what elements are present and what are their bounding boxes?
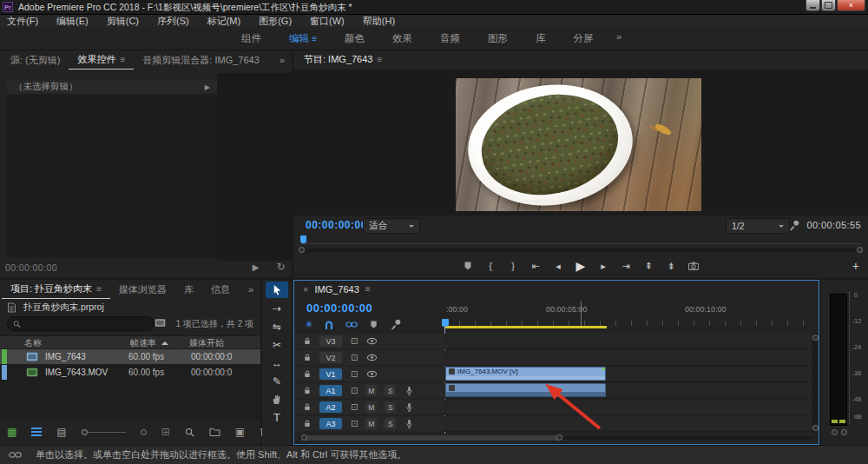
menu-clip[interactable]: 剪辑(C) — [107, 15, 139, 28]
pen-tool[interactable]: ✎ — [266, 373, 288, 389]
tab-libraries[interactable]: 库 — [175, 280, 202, 299]
lock-icon[interactable] — [303, 386, 312, 395]
lock-icon[interactable] — [303, 402, 312, 412]
zoom-handle-left[interactable] — [299, 247, 305, 253]
loop-playback-button[interactable]: ↻ — [275, 261, 286, 273]
track-target-button[interactable]: A3 — [319, 418, 342, 429]
freeform-view-button[interactable] — [141, 429, 147, 435]
program-zoom-scrollbar[interactable] — [300, 249, 861, 252]
track-lane[interactable] — [444, 383, 812, 399]
find-button[interactable] — [185, 428, 194, 437]
workspace-graphics[interactable]: 图形 — [488, 32, 508, 45]
solo-button[interactable]: S — [385, 385, 396, 396]
nest-toggle-icon[interactable]: ✳ — [305, 319, 312, 330]
tab-source-monitor[interactable]: 源: (无剪辑) — [2, 50, 69, 70]
tab-overflow-icon[interactable]: » — [241, 280, 260, 299]
zoom-slider[interactable] — [82, 429, 126, 435]
track-lane[interactable] — [444, 416, 812, 432]
linked-selection-icon[interactable] — [345, 321, 358, 328]
audio-meter-bar[interactable] — [830, 294, 847, 426]
workspace-menu-icon[interactable]: ≡ — [312, 34, 317, 43]
ripple-edit-tool[interactable]: ⇋ — [266, 318, 288, 335]
program-playhead[interactable] — [300, 235, 306, 243]
hscroll-handle-left[interactable] — [301, 434, 307, 441]
video-clip[interactable]: IMG_7643.MOV [V] — [445, 367, 606, 381]
track-lane[interactable] — [444, 334, 812, 349]
timeline-vertical-scrollbar[interactable] — [812, 333, 818, 434]
mute-button[interactable]: M — [365, 418, 377, 429]
project-list-area[interactable]: IMG_7643 60.00 fps 00:00:00:0 IMG_7643.M… — [0, 348, 260, 420]
menu-edit[interactable]: 编辑(E) — [56, 15, 89, 28]
close-tab-icon[interactable]: × — [303, 284, 308, 295]
mute-button[interactable]: M — [365, 385, 377, 396]
tab-effect-controls[interactable]: 效果控件≡ — [69, 50, 134, 70]
play-clip-button[interactable]: ▶ — [250, 261, 261, 273]
tab-audio-clip-mixer[interactable]: 音频剪辑混合器: IMG_7643 — [134, 50, 267, 70]
tab-info[interactable]: 信息 — [202, 280, 239, 299]
filter-bin-icon[interactable] — [155, 318, 166, 328]
column-framerate[interactable]: 帧速率 — [130, 337, 156, 349]
project-writable-icon[interactable]: ▦ — [7, 426, 16, 438]
work-area-bar[interactable] — [445, 326, 607, 328]
add-marker-button[interactable] — [463, 261, 474, 271]
list-view-button[interactable] — [31, 428, 42, 436]
new-bin-button[interactable] — [209, 428, 220, 437]
lock-icon[interactable] — [303, 336, 312, 346]
track-lane[interactable] — [444, 350, 812, 366]
menu-file[interactable]: 文件(F) — [7, 15, 38, 28]
audio-clip[interactable] — [445, 383, 606, 397]
extract-button[interactable]: ⇟ — [666, 261, 677, 272]
mark-in-button[interactable]: { — [485, 261, 496, 271]
workspace-overflow-icon[interactable]: » — [616, 31, 621, 42]
tab-overflow-icon[interactable]: » — [273, 50, 292, 70]
razor-tool[interactable]: ✂ — [266, 336, 288, 353]
table-row[interactable]: IMG_7643.MOV 60.00 fps 00:00:00:0 — [0, 365, 260, 380]
zoom-handle-right[interactable] — [857, 247, 863, 253]
vscroll-handle-top[interactable] — [812, 335, 819, 341]
step-forward-button[interactable]: ▸ — [598, 261, 609, 272]
timeline-ruler[interactable]: :00:00 00:00:05:00 00:00:10:00 — [444, 300, 813, 326]
hand-tool[interactable] — [266, 391, 288, 408]
track-target-button[interactable]: A2 — [319, 401, 342, 413]
close-button[interactable]: × — [837, 0, 865, 11]
timeline-settings-wrench-icon[interactable] — [390, 319, 401, 330]
menu-graphics[interactable]: 图形(G) — [259, 15, 292, 28]
vscroll-handle-bottom[interactable] — [812, 425, 819, 431]
mute-button[interactable]: M — [365, 401, 377, 413]
mark-out-button[interactable]: } — [508, 261, 519, 271]
tab-media-browser[interactable]: 媒体浏览器 — [110, 280, 175, 299]
maximize-button[interactable] — [821, 0, 836, 11]
panel-menu-icon[interactable]: ≡ — [377, 55, 382, 64]
search-box[interactable] — [7, 316, 155, 331]
play-button[interactable]: ▶ — [575, 259, 587, 273]
settings-wrench-icon[interactable] — [788, 220, 799, 231]
menu-marker[interactable]: 标记(M) — [207, 15, 241, 28]
track-target-button[interactable]: A1 — [319, 385, 342, 396]
menu-sequence[interactable]: 序列(S) — [157, 15, 189, 28]
icon-view-button[interactable]: ▤ — [56, 426, 66, 438]
track-target-button[interactable]: V1 — [319, 368, 342, 380]
sync-lock-icon[interactable]: ⊡ — [351, 336, 358, 346]
tab-program-monitor[interactable]: 节目: IMG_7643≡ — [295, 50, 391, 70]
sync-lock-icon[interactable]: ⊡ — [351, 369, 358, 379]
go-to-in-button[interactable]: ⇤ — [530, 261, 542, 272]
minimize-button[interactable] — [806, 0, 820, 11]
voiceover-mic-icon[interactable] — [404, 402, 414, 413]
export-frame-button[interactable] — [688, 261, 700, 271]
voiceover-mic-icon[interactable] — [404, 386, 414, 396]
tab-sequence[interactable]: × IMG_7643 ≡ — [298, 281, 376, 298]
step-back-button[interactable]: ◂ — [553, 261, 564, 272]
workspace-libraries[interactable]: 库 — [536, 32, 546, 45]
fit-dropdown[interactable]: 适合 — [363, 218, 420, 234]
track-lane[interactable] — [444, 400, 812, 415]
lock-icon[interactable] — [303, 353, 312, 362]
go-to-out-button[interactable]: ⇥ — [621, 261, 632, 272]
sync-lock-icon[interactable]: ⊡ — [351, 386, 358, 395]
menu-help[interactable]: 帮助(H) — [363, 15, 395, 28]
sort-ascending-icon[interactable] — [161, 338, 168, 345]
workspace-audio[interactable]: 音频 — [440, 32, 460, 45]
track-output-eye-icon[interactable] — [366, 354, 378, 361]
panel-menu-icon[interactable]: ≡ — [120, 55, 125, 64]
solo-button[interactable]: S — [385, 401, 396, 413]
meter-option-left[interactable] — [832, 429, 838, 435]
